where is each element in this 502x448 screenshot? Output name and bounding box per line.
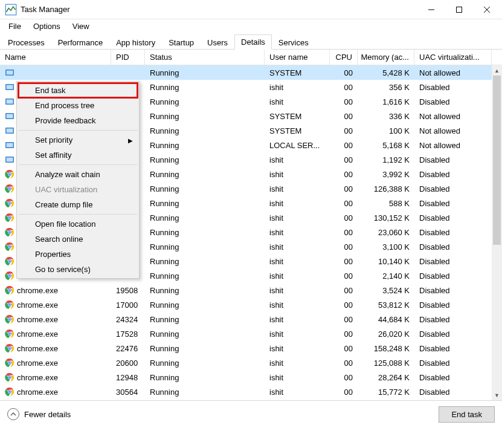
cell-cpu: 00 — [330, 270, 358, 282]
cell-status: Running — [145, 270, 265, 282]
table-row[interactable]: chrome.exe17528Runningishit0026,020 KDis… — [0, 326, 502, 341]
cell-cpu: 00 — [330, 256, 358, 267]
cell-user: ishit — [265, 241, 330, 253]
cell-mem: 588 K — [358, 198, 414, 209]
scroll-down-icon[interactable]: ▼ — [492, 390, 502, 400]
cell-pid: 22476 — [111, 343, 145, 354]
window-title: Task Manager — [21, 5, 417, 14]
col-header-cpu[interactable]: CPU — [330, 50, 358, 65]
col-header-uac[interactable]: UAC virtualizati... — [414, 50, 492, 65]
table-row[interactable]: chrome.exe19508Runningishit003,524 KDisa… — [0, 283, 502, 297]
chrome-icon — [5, 300, 14, 310]
ctx-open-file-location[interactable]: Open file location — [18, 216, 138, 232]
table-row[interactable]: chrome.exe20600Runningishit00125,088 KDi… — [0, 355, 502, 370]
cell-status: Running — [145, 386, 265, 398]
fewer-details-label: Fewer details — [24, 410, 71, 419]
fewer-details-button[interactable]: Fewer details — [7, 408, 71, 420]
cell-uac: Disabled — [414, 285, 492, 296]
tab-details[interactable]: Details — [234, 34, 272, 50]
submenu-arrow-icon: ▶ — [128, 137, 133, 143]
table-row[interactable]: chrome.exe12948Runningishit0028,264 KDis… — [0, 370, 502, 385]
cell-user: LOCAL SER... — [265, 140, 330, 151]
cell-cpu: 00 — [330, 67, 358, 79]
svg-point-82 — [8, 391, 10, 392]
svg-point-78 — [8, 376, 10, 378]
cell-user: ishit — [265, 198, 330, 209]
tab-startup[interactable]: Startup — [162, 35, 201, 50]
cell-status: Running — [145, 169, 265, 180]
table-row[interactable]: chrome.exe30564Runningishit0015,772 KDis… — [0, 385, 502, 399]
tab-app-history[interactable]: App history — [109, 35, 162, 50]
cell-cpu: 00 — [330, 328, 358, 340]
tab-services[interactable]: Services — [272, 35, 315, 50]
ctx-provide-feedback[interactable]: Provide feedback — [18, 113, 138, 128]
process-name: chrome.exe — [17, 359, 58, 368]
table-row[interactable]: RunningSYSTEM005,428 KNot allowed — [0, 65, 502, 80]
ctx-end-task[interactable]: End task — [18, 82, 138, 99]
ctx-set-priority[interactable]: Set priority ▶ — [18, 132, 138, 148]
col-header-status[interactable]: Status — [145, 50, 265, 65]
cell-mem: 100 K — [358, 125, 414, 137]
ctx-set-affinity[interactable]: Set affinity — [18, 148, 138, 163]
cell-cpu: 00 — [330, 299, 358, 311]
cell-mem: 1,192 K — [358, 154, 414, 166]
close-button[interactable] — [473, 0, 501, 19]
cell-cpu: 00 — [330, 314, 358, 325]
minimize-button[interactable] — [417, 0, 445, 19]
cell-user: ishit — [265, 212, 330, 224]
svg-rect-10 — [7, 100, 13, 104]
menu-file[interactable]: File — [2, 21, 27, 32]
cell-status: Running — [145, 154, 265, 166]
app-window-icon — [5, 82, 14, 92]
cell-user: ishit — [265, 227, 330, 238]
tab-users[interactable]: Users — [201, 35, 234, 50]
process-name: chrome.exe — [17, 315, 58, 324]
col-header-pid[interactable]: PID — [111, 50, 145, 65]
ctx-end-process-tree[interactable]: End process tree — [18, 98, 138, 113]
ctx-go-to-services[interactable]: Go to service(s) — [18, 262, 138, 277]
cell-mem: 26,020 K — [358, 328, 414, 340]
col-header-name[interactable]: ˆ Name — [0, 50, 111, 65]
menu-options[interactable]: Options — [27, 21, 66, 32]
chrome-icon — [5, 358, 14, 368]
cell-uac: Disabled — [414, 328, 492, 340]
cell-user: SYSTEM — [265, 125, 330, 137]
ctx-search-online[interactable]: Search online — [18, 232, 138, 247]
ctx-properties[interactable]: Properties — [18, 247, 138, 262]
table-row[interactable]: chrome.exe17000Runningishit0053,812 KDis… — [0, 297, 502, 312]
cell-uac: Disabled — [414, 386, 492, 398]
end-task-button[interactable]: End task — [439, 406, 495, 423]
chrome-icon — [5, 329, 14, 339]
cell-status: Running — [145, 198, 265, 209]
cell-mem: 3,524 K — [358, 285, 414, 296]
col-header-user[interactable]: User name — [265, 50, 330, 65]
ctx-separator — [19, 130, 137, 131]
scroll-up-icon[interactable]: ▲ — [492, 65, 502, 76]
vertical-scrollbar[interactable]: ▲ ▼ — [492, 65, 502, 400]
menu-view[interactable]: View — [66, 21, 95, 32]
app-window-icon — [5, 97, 14, 106]
cell-uac: Disabled — [414, 372, 492, 383]
ctx-create-dump-file[interactable]: Create dump file — [18, 197, 138, 212]
cell-cpu: 00 — [330, 386, 358, 398]
col-header-mem[interactable]: Memory (ac... — [358, 50, 414, 65]
cell-user: ishit — [265, 285, 330, 296]
svg-rect-6 — [7, 71, 13, 75]
chrome-icon — [5, 169, 14, 179]
maximize-button[interactable] — [445, 0, 473, 19]
col-label-name: Name — [5, 53, 26, 62]
cell-mem: 3,100 K — [358, 241, 414, 253]
svg-point-26 — [8, 187, 10, 189]
table-row[interactable]: chrome.exe24324Runningishit0044,684 KDis… — [0, 312, 502, 326]
svg-rect-18 — [7, 158, 13, 162]
table-row[interactable]: chrome.exe22476Runningishit00158,248 KDi… — [0, 341, 502, 355]
cell-uac: Disabled — [414, 82, 492, 93]
cell-status: Running — [145, 140, 265, 151]
cell-mem: 125,088 K — [358, 357, 414, 369]
chrome-icon — [5, 372, 14, 382]
scroll-thumb[interactable] — [493, 76, 501, 245]
tab-processes[interactable]: Processes — [1, 35, 51, 50]
ctx-analyze-wait-chain[interactable]: Analyze wait chain — [18, 167, 138, 182]
cell-user: SYSTEM — [265, 67, 330, 79]
tab-performance[interactable]: Performance — [51, 35, 109, 50]
